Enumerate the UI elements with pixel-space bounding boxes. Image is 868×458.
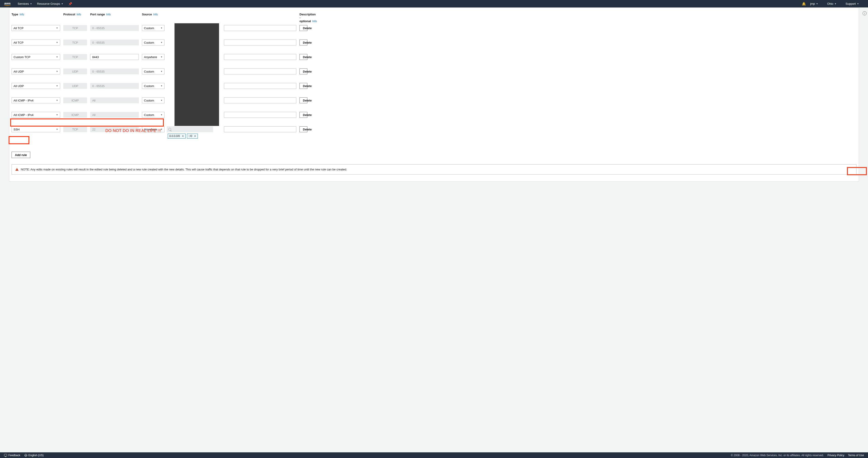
protocol-field: ICMP [63,97,87,103]
header-port: Port rangeInfo [90,13,139,16]
chevron-down-icon: ▼ [56,128,58,130]
protocol-field: TCP [63,25,87,31]
rule-row: All UDP▼UDP0 - 65535Custom▼Delete [9,83,859,89]
info-link[interactable]: Info [312,20,317,23]
delete-rule-button[interactable]: Delete [300,25,307,31]
info-link[interactable]: Info [76,13,81,16]
source-select[interactable]: Anywhere▼ [142,54,164,60]
type-select[interactable]: All UDP▼ [11,83,60,89]
aws-logo[interactable]: aws [4,2,11,6]
pin-icon[interactable]: 📌 [68,2,72,6]
delete-rule-button[interactable]: Delete [300,112,307,118]
redacted-region [175,23,219,126]
info-link[interactable]: Info [153,13,158,16]
protocol-field: TCP [63,39,87,45]
terms-link[interactable]: Terms of Use [848,454,864,457]
rule-row: Custom TCP▼TCP8443Anywhere▼Delete [9,54,859,60]
port-field: 0 - 65535 [90,25,139,31]
description-input[interactable] [224,83,296,89]
add-rule-button[interactable]: Add rule [11,152,30,158]
type-select-value: Custom TCP [13,55,30,59]
warning-icon [16,168,19,171]
type-select-value: All TCP [13,26,24,30]
protocol-field: TCP [63,54,87,60]
nav-resource-groups[interactable]: Resource Groups ▼ [37,2,63,5]
delete-rule-button[interactable]: Delete [300,39,307,45]
info-link[interactable]: Info [106,13,111,16]
nav-services[interactable]: Services ▼ [18,2,32,5]
type-select-value: All UDP [13,84,24,88]
aws-logo-swoosh [4,4,11,6]
description-input[interactable] [224,54,296,60]
nav-account-label: jmp [810,2,815,5]
aws-top-nav: aws Services ▼ Resource Groups ▼ 📌 🔔 jmp… [0,0,868,7]
copyright-text: © 2008 - 2020, Amazon Web Services, Inc.… [731,454,824,457]
annotation-warning-text: DO NOT DO IN REAL LIFE !!! [105,128,161,133]
source-select-value: Custom [144,113,154,117]
chevron-down-icon: ▼ [61,3,63,5]
aws-footer: Feedback English (US) © 2008 - 2020, Ama… [0,452,868,458]
language-label: English (US) [29,454,43,457]
type-select-value: All TCP [13,41,24,44]
type-select[interactable]: All ICMP - IPv4▼ [11,112,60,118]
source-search-input[interactable] [167,126,213,132]
remove-chip-icon[interactable]: ✕ [194,134,196,138]
rule-row: All ICMP - IPv4▼ICMPAllCustom▼Delete [9,97,859,103]
remove-chip-icon[interactable]: ✕ [182,134,184,138]
privacy-link[interactable]: Privacy Policy [828,454,844,457]
source-select-value: Custom [144,70,154,73]
nav-region[interactable]: Ohio ▼ [827,2,836,5]
port-input[interactable]: 8443 [90,54,139,60]
source-select[interactable]: Custom▼ [142,83,164,89]
feedback-link[interactable]: Feedback [4,454,20,457]
speech-bubble-icon [4,454,7,456]
type-select-value: All ICMP - IPv4 [13,99,33,102]
chevron-down-icon: ▼ [160,114,162,116]
delete-rule-button[interactable]: Delete [300,126,307,132]
inbound-rules-panel: TypeInfo ProtocolInfo Port rangeInfo Sou… [9,7,859,182]
protocol-field: TCP [63,126,87,132]
description-input[interactable] [224,25,296,31]
language-selector[interactable]: English (US) [24,454,43,457]
description-input[interactable] [224,112,296,118]
header-source: SourceInfo [142,13,221,16]
source-select[interactable]: Custom▼ [142,68,164,74]
description-input[interactable] [224,68,296,74]
note-text: NOTE: Any edits made on existing rules w… [21,168,347,171]
search-icon [168,128,171,131]
rule-row: All TCP▼TCP0 - 65535Custom▼Delete [9,25,859,31]
source-select[interactable]: Custom▼ [142,112,164,118]
type-select[interactable]: Custom TCP▼ [11,54,60,60]
chevron-down-icon: ▼ [160,41,162,43]
type-select[interactable]: All TCP▼ [11,25,60,31]
delete-rule-button[interactable]: Delete [300,97,307,103]
port-field: All [90,112,139,118]
description-input[interactable] [224,126,296,132]
bell-icon[interactable]: 🔔 [802,2,806,6]
type-select[interactable]: All ICMP - IPv4▼ [11,97,60,103]
type-select[interactable]: SSH▼ [11,126,60,132]
description-input[interactable] [224,39,296,45]
source-select[interactable]: Custom▼ [142,25,164,31]
chevron-down-icon: ▼ [857,3,859,5]
port-field: All [90,97,139,103]
description-input[interactable] [224,97,296,103]
chevron-down-icon: ▼ [816,3,818,5]
type-select-value: SSH [13,128,20,131]
nav-account[interactable]: jmp ▼ [810,2,818,5]
header-type: TypeInfo [11,13,60,16]
delete-rule-button[interactable]: Delete [300,83,307,89]
type-select[interactable]: All TCP▼ [11,39,60,45]
info-link[interactable]: Info [20,13,24,16]
cidr-chip: 0.0.0.0/0✕ [168,133,186,139]
port-field: 0 - 65535 [90,39,139,45]
type-select[interactable]: All UDP▼ [11,68,60,74]
delete-rule-button[interactable]: Delete [300,54,307,60]
source-select[interactable]: Custom▼ [142,39,164,45]
delete-rule-button[interactable]: Delete [300,68,307,74]
rule-row: All ICMP - IPv4▼ICMPAllCustom▼Delete [9,112,859,118]
source-select[interactable]: Custom▼ [142,97,164,103]
chevron-down-icon: ▼ [160,70,162,72]
nav-support[interactable]: Support ▼ [846,2,859,5]
protocol-field: UDP [63,68,87,74]
